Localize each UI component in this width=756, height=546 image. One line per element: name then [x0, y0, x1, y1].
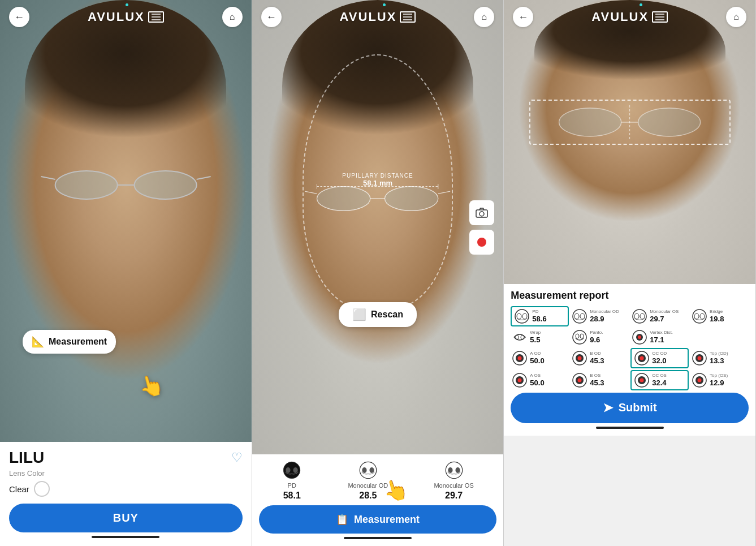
- svg-point-17: [293, 467, 298, 473]
- mono-od-value: 28.5: [359, 491, 377, 501]
- measurement-button-2[interactable]: 📋 Measurement: [259, 505, 497, 534]
- product-name-row: LILU ♡: [9, 449, 243, 467]
- svg-point-34: [633, 309, 646, 323]
- report-cell-oc-od: OC OD 32.0: [630, 348, 689, 368]
- home-button-2[interactable]: ⌂: [474, 7, 494, 27]
- svg-point-43: [576, 334, 579, 338]
- measurement-label-1: Measurement: [49, 337, 107, 347]
- back-button-2[interactable]: ←: [261, 7, 282, 27]
- svg-point-36: [640, 313, 645, 319]
- svg-point-30: [522, 313, 527, 319]
- logo-text-2: AVULUX: [340, 10, 397, 24]
- report-cell-a-od: A OD 50.0: [511, 348, 569, 368]
- measurement2-label: Measurement: [354, 514, 420, 526]
- svg-point-65: [578, 378, 582, 382]
- back-arrow-icon-1: ←: [14, 11, 24, 23]
- report-panel: Measurement report PD 58.6: [504, 284, 755, 436]
- logo-icon-1: [148, 11, 164, 23]
- svg-point-20: [369, 467, 374, 473]
- home-indicator-3: [596, 427, 664, 429]
- report-cell-vertex: Vertex Dist. 17.1: [630, 328, 689, 346]
- metric-mono-os: Monocular OS 29.7: [434, 460, 473, 501]
- home-indicator-2: [344, 537, 412, 539]
- svg-point-22: [448, 467, 452, 473]
- send-icon: ➤: [603, 401, 613, 415]
- report-row-2: Wrap 5.5 Panto. 9.6: [511, 328, 749, 346]
- logo-icon-3: [652, 11, 668, 23]
- home-button-1[interactable]: ⌂: [222, 7, 243, 27]
- report-cell-top-od: Top (OD) 13.3: [690, 348, 749, 368]
- panel2-bottom: PD 58.1 Monocular OD 28.5: [252, 454, 504, 546]
- panel-1: ← AVULUX ⌂: [0, 0, 252, 546]
- record-btn[interactable]: [469, 230, 494, 255]
- home-icon-2: ⌂: [482, 12, 487, 22]
- metric-mono-od: Monocular OD 28.5: [348, 460, 388, 501]
- camera-area-2: ← AVULUX ⌂: [252, 0, 504, 454]
- report-cell-mono-od: Monocular OD 28.9: [571, 306, 629, 326]
- camera-controls: [469, 200, 494, 255]
- svg-point-0: [55, 171, 117, 199]
- ruler-icon-1: 📐: [32, 336, 44, 348]
- svg-point-41: [521, 335, 524, 339]
- report-row-1: PD 58.6 Monocular OD 28.9: [511, 306, 749, 326]
- svg-line-4: [196, 177, 210, 179]
- svg-point-14: [479, 212, 484, 216]
- measurement-button-1[interactable]: 📐 Measurement: [23, 330, 116, 354]
- svg-point-33: [580, 313, 585, 319]
- report-cell-bridge: Bridge 19.8: [690, 306, 749, 326]
- submit-button[interactable]: ➤ Submit: [511, 393, 749, 423]
- svg-point-1: [134, 171, 196, 199]
- svg-point-31: [573, 309, 586, 323]
- svg-point-40: [515, 335, 519, 339]
- logo-icon-2: [400, 11, 416, 23]
- rescan-button[interactable]: ⬜ Rescan: [339, 302, 417, 327]
- home-icon-3: ⌂: [733, 12, 739, 22]
- heart-icon[interactable]: ♡: [231, 450, 243, 465]
- svg-point-29: [517, 313, 521, 319]
- svg-point-28: [515, 309, 529, 323]
- report-cell-empty: [690, 328, 749, 346]
- logo-text-3: AVULUX: [591, 10, 649, 24]
- svg-point-38: [694, 313, 699, 319]
- back-button-3[interactable]: ←: [513, 7, 533, 27]
- svg-point-68: [640, 378, 644, 382]
- mono-os-value: 29.7: [445, 491, 463, 501]
- logo-2: AVULUX: [340, 10, 416, 24]
- svg-point-37: [693, 309, 706, 323]
- report-cell-pd: PD 58.6: [511, 306, 569, 326]
- buy-button[interactable]: BUY: [9, 504, 243, 532]
- pd-overlay: PUPILLARY DISTANCE 58.1 mm: [342, 173, 413, 187]
- report-cell-panto: Panto. 9.6: [571, 328, 629, 346]
- svg-point-59: [698, 356, 702, 360]
- svg-point-32: [574, 313, 579, 319]
- report-row-3: A OD 50.0 B OD 45.3: [511, 348, 749, 368]
- report-row-4: A OS 50.0 B OS 45.3: [511, 370, 749, 390]
- svg-point-16: [286, 467, 291, 473]
- lens-color-label: Lens Color: [9, 469, 243, 478]
- color-circle[interactable]: [34, 481, 50, 497]
- scan-icon: ⬜: [352, 308, 366, 321]
- camera-capture-btn[interactable]: [469, 200, 494, 225]
- report-cell-mono-os: Monocular OS 29.7: [630, 306, 689, 326]
- home-button-3[interactable]: ⌂: [726, 7, 746, 27]
- panel-3: ← AVULUX ⌂: [504, 0, 756, 546]
- logo-1: AVULUX: [88, 10, 164, 24]
- pd-cell-label: PD: [532, 309, 546, 315]
- home-icon-1: ⌂: [230, 12, 235, 22]
- svg-point-39: [700, 313, 705, 319]
- pd-cell-text: PD 58.6: [532, 309, 546, 323]
- pd-value: 58.1 mm: [342, 179, 413, 187]
- svg-point-23: [455, 467, 460, 473]
- svg-point-53: [578, 356, 582, 360]
- product-name: LILU: [9, 449, 44, 467]
- report-title: Measurement report: [511, 290, 749, 302]
- back-arrow-icon-2: ←: [266, 11, 277, 23]
- back-button-1[interactable]: ←: [9, 7, 29, 27]
- doc-icon: 📋: [336, 513, 348, 526]
- glasses-overlay-1: [38, 168, 214, 202]
- face-photo-1: [0, 0, 252, 442]
- logo-3: AVULUX: [591, 10, 668, 24]
- svg-line-3: [41, 177, 55, 179]
- report-cell-b-od: B OD 45.3: [571, 348, 629, 368]
- pd-metric-label: PD: [288, 482, 296, 489]
